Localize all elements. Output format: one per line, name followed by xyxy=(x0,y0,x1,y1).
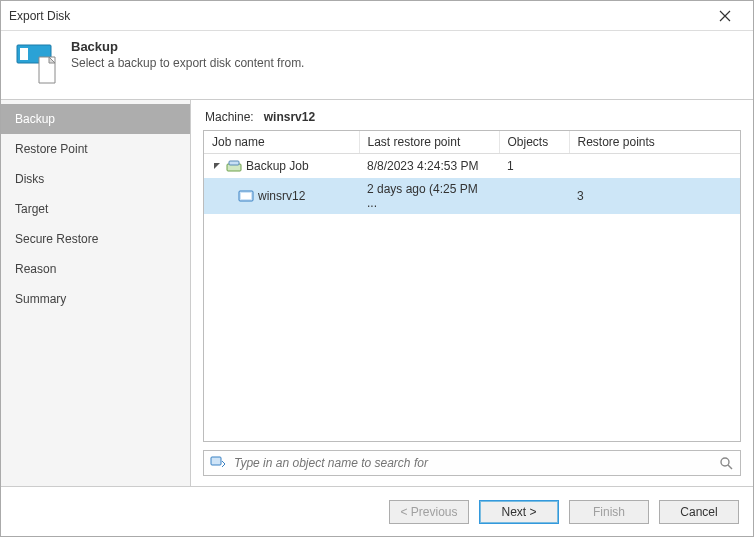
col-job-name[interactable]: Job name xyxy=(204,131,359,154)
titlebar: Export Disk xyxy=(1,1,753,31)
close-icon xyxy=(719,10,731,22)
row-vm-restore: 3 xyxy=(569,178,740,214)
svg-point-7 xyxy=(721,458,729,466)
previous-button: < Previous xyxy=(389,500,469,524)
svg-rect-3 xyxy=(229,161,239,165)
backup-disk-icon xyxy=(13,39,61,87)
backup-job-icon xyxy=(226,158,242,174)
search-icon[interactable] xyxy=(718,455,734,471)
sidebar-item-restore-point[interactable]: Restore Point xyxy=(1,134,190,164)
row-vm-name: winsrv12 xyxy=(258,189,305,203)
sidebar-item-reason[interactable]: Reason xyxy=(1,254,190,284)
sidebar-item-target[interactable]: Target xyxy=(1,194,190,224)
col-objects[interactable]: Objects xyxy=(499,131,569,154)
col-restore-points[interactable]: Restore points xyxy=(569,131,740,154)
search-input[interactable] xyxy=(232,455,712,471)
svg-rect-6 xyxy=(211,457,221,465)
svg-line-8 xyxy=(728,465,732,469)
search-box[interactable] xyxy=(203,450,741,476)
cancel-button[interactable]: Cancel xyxy=(659,500,739,524)
sidebar-item-disks[interactable]: Disks xyxy=(1,164,190,194)
svg-rect-5 xyxy=(241,193,251,199)
header-subtitle: Select a backup to export disk content f… xyxy=(71,56,304,70)
finish-button: Finish xyxy=(569,500,649,524)
footer: < Previous Next > Finish Cancel xyxy=(1,486,753,536)
window-title: Export Disk xyxy=(9,9,705,23)
backup-table: Job name Last restore point Objects Rest… xyxy=(203,130,741,442)
main-panel: Machine: winsrv12 Job name Last restore … xyxy=(191,100,753,486)
row-job-name: Backup Job xyxy=(246,159,309,173)
machine-label: Machine: xyxy=(205,110,254,124)
vm-icon xyxy=(238,188,254,204)
row-job-last: 8/8/2023 4:24:53 PM xyxy=(359,154,499,179)
table-header-row: Job name Last restore point Objects Rest… xyxy=(204,131,740,154)
header: Backup Select a backup to export disk co… xyxy=(1,31,753,100)
svg-rect-1 xyxy=(20,48,28,60)
table-row-job[interactable]: Backup Job 8/8/2023 4:24:53 PM 1 xyxy=(204,154,740,179)
row-vm-last: 2 days ago (4:25 PM ... xyxy=(359,178,499,214)
row-vm-objects xyxy=(499,178,569,214)
row-job-objects: 1 xyxy=(499,154,569,179)
row-job-restore xyxy=(569,154,740,179)
table-row-vm[interactable]: winsrv12 2 days ago (4:25 PM ... 3 xyxy=(204,178,740,214)
tree-expand-icon[interactable] xyxy=(212,162,222,170)
header-title: Backup xyxy=(71,39,304,54)
close-button[interactable] xyxy=(705,2,745,30)
export-disk-dialog: Export Disk Backup Select a backup to ex… xyxy=(0,0,754,537)
sidebar-item-backup[interactable]: Backup xyxy=(1,104,190,134)
machine-label-line: Machine: winsrv12 xyxy=(205,110,741,124)
wizard-sidebar: Backup Restore Point Disks Target Secure… xyxy=(1,100,191,486)
machine-name: winsrv12 xyxy=(264,110,315,124)
next-button[interactable]: Next > xyxy=(479,500,559,524)
col-last-restore[interactable]: Last restore point xyxy=(359,131,499,154)
vm-filter-icon[interactable] xyxy=(210,455,226,471)
sidebar-item-summary[interactable]: Summary xyxy=(1,284,190,314)
body: Backup Restore Point Disks Target Secure… xyxy=(1,100,753,486)
sidebar-item-secure-restore[interactable]: Secure Restore xyxy=(1,224,190,254)
